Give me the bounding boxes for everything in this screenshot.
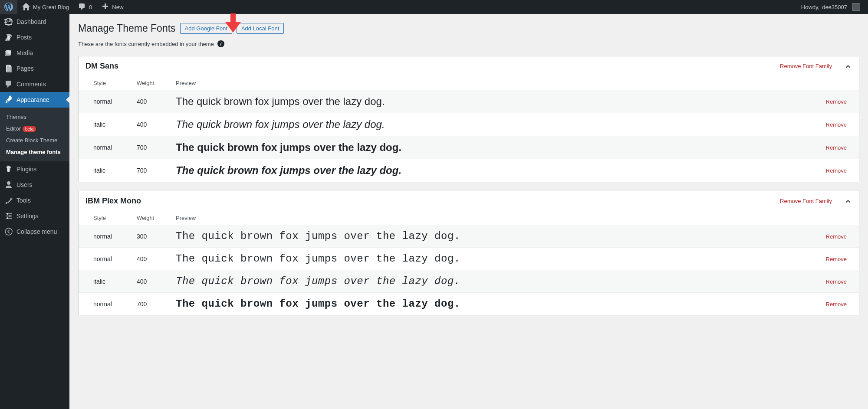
remove-face-link[interactable]: Remove: [826, 301, 847, 308]
font-family-card: DM Sans Remove Font Family Style Weight …: [78, 56, 859, 182]
sidebar-item-comments[interactable]: Comments: [0, 76, 69, 92]
info-icon[interactable]: i: [217, 40, 224, 47]
sidebar-item-label: Plugins: [16, 166, 36, 173]
face-preview: The quick brown fox jumps over the lazy …: [171, 90, 820, 113]
face-preview: The quick brown fox jumps over the lazy …: [171, 136, 820, 159]
font-family-name: IBM Plex Mono: [85, 196, 141, 206]
svg-rect-2: [7, 50, 11, 54]
sidebar-item-plugins[interactable]: Plugins: [0, 161, 69, 177]
sidebar-item-settings[interactable]: Settings: [0, 208, 69, 224]
chevron-up-icon[interactable]: [844, 197, 852, 205]
face-weight: 700: [132, 136, 171, 159]
face-preview: The quick brown fox jumps over the lazy …: [171, 248, 820, 270]
face-weight: 400: [132, 113, 171, 136]
font-face-row: normal 400 The quick brown fox jumps ove…: [79, 90, 859, 113]
font-card-actions: Remove Font Family: [780, 197, 852, 205]
face-style: normal: [89, 225, 132, 248]
sidebar-item-collapse[interactable]: Collapse menu: [0, 224, 69, 239]
home-icon: [22, 3, 30, 11]
sidebar-item-label: Pages: [16, 65, 34, 72]
svg-rect-3: [6, 65, 11, 72]
sidebar-item-label: Tools: [16, 197, 31, 204]
dashboard-icon: [4, 17, 13, 26]
face-style: normal: [89, 136, 132, 159]
face-weight: 700: [132, 159, 171, 182]
th-weight: Weight: [132, 211, 171, 225]
main-content: Manage Theme Fonts Add Google Font Add L…: [69, 14, 868, 341]
face-preview: The quick brown fox jumps over the lazy …: [171, 225, 820, 248]
submenu-item-editor[interactable]: Editorbeta: [0, 123, 69, 134]
svg-point-11: [5, 228, 12, 235]
remove-font-family-link[interactable]: Remove Font Family: [780, 63, 832, 69]
font-card-header: IBM Plex Mono Remove Font Family: [79, 191, 859, 211]
submenu-item-create-block-theme[interactable]: Create Block Theme: [0, 134, 69, 146]
remove-face-link[interactable]: Remove: [826, 98, 847, 105]
sidebar-item-label: Users: [16, 181, 33, 188]
font-face-row: normal 300 The quick brown fox jumps ove…: [79, 225, 859, 248]
svg-point-4: [7, 181, 10, 185]
remove-font-family-link[interactable]: Remove Font Family: [780, 198, 832, 204]
sidebar-item-label: Collapse menu: [16, 228, 57, 235]
plus-icon: [101, 3, 109, 11]
face-weight: 700: [132, 293, 171, 315]
pages-icon: [4, 64, 13, 73]
remove-face-link[interactable]: Remove: [826, 144, 847, 151]
svg-rect-5: [6, 213, 12, 214]
beta-badge: beta: [23, 126, 36, 132]
remove-face-link[interactable]: Remove: [826, 256, 847, 262]
admin-sidebar: Dashboard Posts Media Pages Comments App…: [0, 14, 69, 341]
wp-logo-button[interactable]: [0, 0, 17, 14]
face-weight: 400: [132, 248, 171, 270]
face-preview: The quick brown fox jumps over the lazy …: [171, 270, 820, 293]
font-faces-table: Style Weight Preview normal 400 The quic…: [79, 76, 859, 182]
submenu-item-themes[interactable]: Themes: [0, 111, 69, 123]
sidebar-item-appearance[interactable]: Appearance: [0, 92, 69, 108]
add-google-font-button[interactable]: Add Google Font: [180, 23, 232, 34]
face-preview: The quick brown fox jumps over the lazy …: [171, 159, 820, 182]
font-card-header: DM Sans Remove Font Family: [79, 56, 859, 76]
sidebar-item-pages[interactable]: Pages: [0, 61, 69, 76]
face-weight: 400: [132, 90, 171, 113]
posts-icon: [4, 33, 13, 42]
sidebar-item-label: Appearance: [16, 96, 49, 103]
face-preview: The quick brown fox jumps over the lazy …: [171, 113, 820, 136]
remove-face-link[interactable]: Remove: [826, 167, 847, 174]
admin-bar: My Great Blog 0 New Howdy, dee35007: [0, 0, 868, 14]
sidebar-item-dashboard[interactable]: Dashboard: [0, 14, 69, 29]
face-style: normal: [89, 248, 132, 270]
submenu-item-manage-theme-fonts[interactable]: Manage theme fonts: [0, 146, 69, 158]
wordpress-icon: [4, 3, 13, 11]
font-face-row: italic 400 The quick brown fox jumps ove…: [79, 113, 859, 136]
th-style: Style: [89, 211, 132, 225]
font-faces-table: Style Weight Preview normal 300 The quic…: [79, 211, 859, 315]
site-title-button[interactable]: My Great Blog: [17, 0, 73, 14]
th-weight: Weight: [132, 76, 171, 90]
remove-face-link[interactable]: Remove: [826, 121, 847, 128]
avatar-icon: [852, 3, 860, 11]
add-local-font-button[interactable]: Add Local Font: [237, 23, 284, 34]
chevron-up-icon[interactable]: [844, 62, 852, 70]
remove-face-link[interactable]: Remove: [826, 278, 847, 285]
face-style: italic: [89, 159, 132, 182]
font-card-actions: Remove Font Family: [780, 62, 852, 70]
admin-bar-left: My Great Blog 0 New: [0, 0, 128, 14]
sidebar-item-users[interactable]: Users: [0, 177, 69, 193]
comments-count: 0: [89, 4, 92, 10]
sidebar-item-label: Posts: [16, 34, 32, 41]
plugins-icon: [4, 165, 13, 173]
font-face-row: normal 700 The quick brown fox jumps ove…: [79, 136, 859, 159]
sidebar-item-media[interactable]: Media: [0, 45, 69, 61]
remove-face-link[interactable]: Remove: [826, 233, 847, 240]
sidebar-item-tools[interactable]: Tools: [0, 193, 69, 208]
face-style: italic: [89, 270, 132, 293]
face-preview: The quick brown fox jumps over the lazy …: [171, 293, 820, 315]
comments-button[interactable]: 0: [73, 0, 96, 14]
sidebar-item-label: Media: [16, 49, 33, 56]
account-button[interactable]: Howdy, dee35007: [797, 0, 865, 14]
sidebar-item-label: Comments: [16, 81, 46, 88]
new-button[interactable]: New: [96, 0, 128, 14]
face-weight: 400: [132, 270, 171, 293]
media-icon: [4, 49, 13, 57]
sidebar-item-posts[interactable]: Posts: [0, 29, 69, 45]
settings-icon: [4, 212, 13, 220]
